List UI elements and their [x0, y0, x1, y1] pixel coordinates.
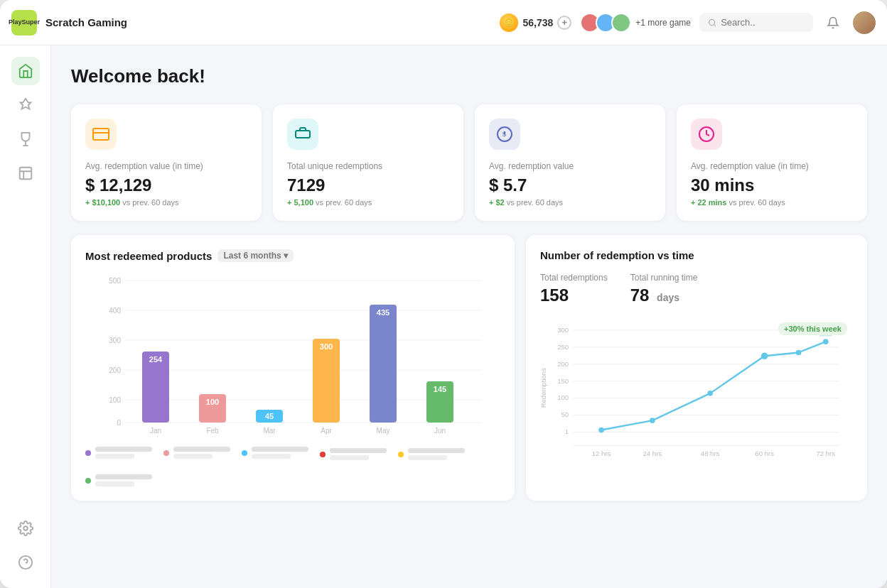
legend-dot-3 — [242, 450, 247, 456]
metric-running-time: Total running time 78 days — [630, 273, 698, 305]
svg-text:Apr: Apr — [321, 427, 332, 435]
svg-text:150: 150 — [557, 377, 569, 385]
legend-dot-2 — [163, 450, 169, 456]
svg-text:45: 45 — [265, 412, 274, 420]
svg-text:50: 50 — [561, 410, 569, 418]
stat-change-0: + $10,100 vs prev. 60 days — [85, 198, 247, 207]
notifications-button[interactable] — [822, 11, 844, 34]
stat-card-0: Avg. redemption value (in time) $ 12,129… — [71, 104, 262, 221]
panels-row: Most redeemed products Last 6 months ▾ — [71, 235, 867, 501]
stat-icon-0 — [85, 119, 117, 150]
legend — [85, 445, 500, 486]
rocket-icon — [18, 97, 33, 113]
svg-text:100: 100 — [557, 393, 569, 401]
bell-icon — [827, 16, 839, 29]
points-display: 🪙 56,738 + — [500, 13, 571, 32]
line-chart-area: +30% this week 300 — [540, 317, 853, 473]
svg-text:145: 145 — [434, 385, 446, 393]
header: PlaySuper Scratch Gaming 🪙 56,738 + +1 m… — [0, 0, 887, 45]
avatars-group: +1 more game — [580, 13, 691, 33]
sidebar-item-layout[interactable] — [11, 159, 40, 187]
legend-item-3 — [242, 445, 308, 460]
sidebar-item-support[interactable] — [11, 548, 40, 577]
svg-text:Redemptions: Redemptions — [540, 368, 547, 408]
svg-text:400: 400 — [109, 307, 121, 315]
main-layout: Welcome back! Avg. redemption value (in … — [0, 45, 887, 588]
stat-card-3: Avg. redemption value (in time) 30 mins … — [677, 104, 867, 221]
legend-dot-4 — [320, 452, 326, 457]
legend-item-2 — [163, 445, 230, 460]
svg-line-1 — [714, 24, 715, 26]
svg-point-63 — [707, 391, 713, 396]
svg-text:0: 0 — [117, 419, 121, 427]
stat-value-0: $ 12,129 — [85, 175, 247, 195]
svg-text:300: 300 — [557, 326, 569, 334]
svg-text:300: 300 — [109, 337, 121, 344]
search-input[interactable] — [721, 17, 805, 28]
svg-text:250: 250 — [557, 343, 569, 351]
home-icon — [18, 63, 33, 79]
svg-text:Mar: Mar — [263, 427, 276, 435]
svg-text:200: 200 — [109, 366, 121, 374]
sidebar-item-campaigns[interactable] — [11, 91, 40, 119]
stat-card-2: $ Avg. redemption value $ 5.7 + $2 vs pr… — [475, 104, 665, 221]
help-icon — [18, 555, 33, 570]
avatar-3 — [611, 13, 631, 33]
stat-label-3: Avg. redemption value (in time) — [691, 161, 853, 171]
add-points-button[interactable]: + — [557, 16, 571, 30]
metric-redemptions: Total redemptions 158 — [540, 273, 608, 305]
stat-value-2: $ 5.7 — [489, 175, 651, 195]
chart-filter-button[interactable]: Last 6 months ▾ — [217, 249, 293, 262]
trophy-icon — [18, 131, 33, 147]
line-chart-svg: 300 250 200 150 100 50 1 — [540, 317, 853, 466]
line-chart-title: Number of redemption vs time — [540, 249, 853, 261]
svg-text:Feb: Feb — [206, 427, 219, 435]
svg-text:300: 300 — [320, 342, 333, 351]
legend-item-5 — [398, 448, 465, 460]
svg-point-61 — [598, 428, 604, 433]
stat-card-1: Total unique redemptions 7129 + 5,100 vs… — [273, 104, 463, 221]
legend-item-6 — [85, 474, 152, 486]
content-area: Welcome back! Avg. redemption value (in … — [51, 45, 887, 588]
sidebar-item-settings[interactable] — [11, 514, 40, 543]
svg-text:200: 200 — [557, 360, 569, 368]
search-bar[interactable] — [699, 13, 813, 32]
svg-text:Jan: Jan — [150, 427, 161, 435]
stat-label-0: Avg. redemption value (in time) — [85, 161, 247, 171]
svg-text:$: $ — [502, 131, 506, 138]
stat-value-1: 7129 — [287, 175, 449, 195]
legend-item-4 — [320, 448, 387, 460]
stat-icon-2: $ — [489, 119, 520, 150]
week-badge: +30% this week — [778, 322, 847, 335]
svg-text:1: 1 — [565, 428, 569, 435]
legend-item-1 — [85, 445, 152, 460]
welcome-message: Welcome back! — [71, 65, 867, 87]
sidebar-item-home[interactable] — [11, 57, 40, 85]
stat-icon-1 — [287, 119, 318, 150]
legend-dot-5 — [398, 452, 404, 457]
svg-text:60 hrs: 60 hrs — [755, 450, 774, 457]
sidebar — [0, 45, 51, 588]
svg-text:72 hrs: 72 hrs — [816, 450, 835, 457]
svg-point-64 — [761, 352, 768, 359]
stat-change-1: + 5,100 vs prev. 60 days — [287, 198, 449, 207]
stat-icon-3 — [691, 119, 722, 150]
bar-chart-svg: 500 400 300 200 100 0 254 Jan 100 Feb — [85, 273, 500, 437]
user-avatar[interactable] — [853, 11, 876, 34]
svg-rect-40 — [370, 305, 397, 423]
svg-text:24 hrs: 24 hrs — [643, 450, 662, 457]
stat-label-1: Total unique redemptions — [287, 161, 449, 171]
bar-chart-panel: Most redeemed products Last 6 months ▾ — [71, 235, 515, 501]
sidebar-item-rewards[interactable] — [11, 125, 40, 153]
coin-icon: 🪙 — [500, 13, 518, 32]
metrics-row: Total redemptions 158 Total running time… — [540, 273, 853, 305]
line-chart-panel: Number of redemption vs time Total redem… — [526, 235, 867, 501]
svg-point-0 — [709, 19, 715, 25]
search-icon — [708, 18, 716, 28]
svg-text:254: 254 — [149, 355, 163, 364]
app-title: Scratch Gaming — [45, 16, 491, 28]
svg-rect-37 — [313, 339, 340, 423]
stats-row: Avg. redemption value (in time) $ 12,129… — [71, 104, 867, 221]
svg-rect-4 — [19, 168, 31, 180]
svg-text:48 hrs: 48 hrs — [701, 450, 720, 457]
